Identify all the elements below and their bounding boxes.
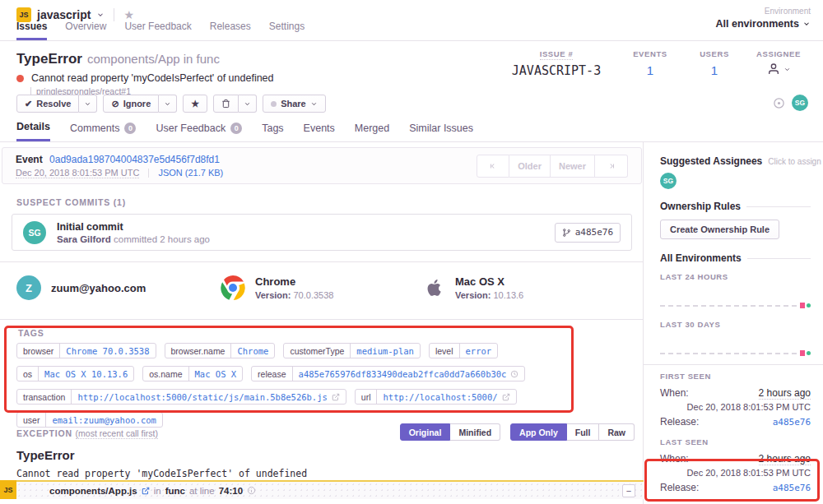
skip-first-icon	[489, 162, 497, 170]
environment-selector[interactable]: All environments	[716, 18, 811, 30]
commit-sha-button[interactable]: a485e76	[555, 223, 621, 243]
tag-value-link[interactable]: Chrome 70.0.3538	[59, 344, 155, 358]
tag-value-link[interactable]: Mac OS X 10.13.6	[38, 367, 133, 381]
issue-title: TypeErrorcomponents/App in func	[16, 51, 220, 67]
frame-function: func	[165, 486, 185, 496]
issue-header: TypeErrorcomponents/App in func Cannot r…	[0, 41, 823, 119]
environment-value: All environments	[716, 18, 799, 30]
tag-key: transaction	[17, 390, 71, 404]
nav-user-feedback[interactable]: User Feedback	[124, 21, 191, 40]
toggle-original-button[interactable]: Original	[400, 423, 451, 441]
issue-tab-bar: Details Comments0 User Feedback0 Tags Ev…	[0, 119, 823, 142]
users-count-link[interactable]: 1	[682, 63, 746, 77]
nav-overview[interactable]: Overview	[65, 21, 106, 40]
person-icon	[767, 62, 780, 76]
bookmark-star-icon[interactable]: ★	[123, 9, 134, 21]
resolve-label: Resolve	[36, 99, 71, 109]
resolve-dropdown-button[interactable]	[79, 95, 97, 113]
tag-value-link[interactable]: medium-plan	[350, 344, 420, 358]
tab-user-feedback[interactable]: User Feedback0	[156, 119, 242, 141]
ignore-button[interactable]: ⊘Ignore	[103, 95, 159, 113]
divider	[747, 258, 811, 259]
participant-avatar[interactable]: SG	[792, 95, 808, 111]
assignee-dropdown[interactable]	[746, 62, 811, 76]
check-icon: ✔	[25, 99, 32, 109]
divider	[0, 261, 644, 262]
chrome-icon	[221, 275, 245, 300]
chevron-down-icon	[164, 100, 171, 108]
os-name: Mac OS X	[455, 275, 523, 288]
event-json-link[interactable]: JSON (21.7 KB)	[158, 168, 223, 178]
tag-value-link[interactable]: Mac OS X	[188, 367, 243, 381]
event-context-row: Z zuum@yahoo.com Chrome Version: 70.0.35…	[0, 267, 644, 317]
toggle-full-button[interactable]: Full	[567, 423, 600, 441]
events-count-link[interactable]: 1	[618, 63, 682, 77]
frame-at-label: at line	[189, 486, 215, 496]
events-label: EVENTS	[618, 49, 682, 58]
toggle-minified-button[interactable]: Minified	[450, 423, 500, 441]
stacktrace-toggles: Original Minified App Only Full Raw	[400, 423, 635, 441]
tag-value-link[interactable]: http://localhost:5000/static/js/main.5b8…	[71, 390, 345, 404]
project-selector[interactable]: javascript	[37, 8, 91, 21]
exception-heading-note: (most recent call first)	[76, 428, 158, 439]
commit-sha: a485e76	[575, 227, 613, 238]
tag-value-link[interactable]: http://localhost:5000/	[376, 390, 515, 404]
toggle-raw-button[interactable]: Raw	[599, 423, 635, 441]
delete-dropdown-button[interactable]	[239, 95, 257, 113]
older-event-button[interactable]: Older	[509, 155, 551, 178]
star-button[interactable]: ★	[183, 95, 207, 113]
ignore-label: Ignore	[123, 99, 151, 109]
browser-name: Chrome	[255, 275, 333, 288]
tag-key: customerType	[284, 344, 350, 358]
tag-key: release	[252, 367, 291, 381]
suggested-assignee-avatar[interactable]: SG	[660, 173, 677, 189]
issue-sidebar: Suggested Assignees Click to assign SG O…	[644, 142, 823, 504]
stack-frame-row[interactable]: JS components/App.js in func at line 74:…	[0, 480, 644, 499]
ignore-dropdown-button[interactable]	[159, 95, 177, 113]
tag-key: level	[430, 344, 459, 358]
suspect-commits-heading: SUSPECT COMMITS (1)	[16, 197, 126, 207]
last-24-hours-sparkline	[660, 303, 811, 308]
nav-issues[interactable]: Issues	[16, 21, 47, 40]
tab-events[interactable]: Events	[304, 119, 335, 141]
tag-value-link[interactable]: error	[459, 344, 498, 358]
nav-releases[interactable]: Releases	[210, 21, 251, 40]
issue-actions: ✔Resolve ⊘Ignore ★ Share	[16, 95, 326, 113]
tag-value-link[interactable]: email:zuum@yahoo.com	[45, 413, 161, 427]
divider	[114, 8, 114, 21]
collapse-frame-button[interactable]: −	[622, 484, 635, 497]
chevron-down-icon	[84, 100, 91, 108]
issue-stats: ISSUE # JAVASCRIPT-3 EVENTS 1 USERS 1 AS…	[495, 49, 811, 78]
subscribe-eye-icon[interactable]	[773, 97, 785, 109]
share-button[interactable]: Share	[263, 95, 326, 113]
external-link-icon[interactable]	[142, 487, 150, 495]
user-avatar: Z	[16, 275, 41, 300]
resolve-button[interactable]: ✔Resolve	[16, 95, 79, 113]
last-seen-when-label: When:	[660, 453, 689, 465]
tab-comments[interactable]: Comments0	[70, 119, 136, 141]
divider	[644, 364, 823, 365]
toggle-app-only-button[interactable]: App Only	[510, 423, 567, 441]
nav-settings[interactable]: Settings	[269, 21, 305, 40]
tab-details[interactable]: Details	[16, 119, 50, 141]
first-seen-release-link[interactable]: a485e76	[773, 417, 811, 428]
last-seen-release-link[interactable]: a485e76	[773, 483, 811, 493]
skip-last-button[interactable]	[595, 155, 628, 178]
create-ownership-rule-button[interactable]: Create Ownership Rule	[660, 220, 779, 239]
oldest-event-button[interactable]	[477, 155, 509, 178]
tag-pill: levelerror	[429, 343, 498, 358]
tag-value-link[interactable]: Chrome	[230, 344, 274, 358]
tab-merged[interactable]: Merged	[355, 119, 389, 141]
info-icon[interactable]	[247, 486, 256, 495]
frame-filename: components/App.js	[49, 486, 137, 496]
newer-event-button[interactable]: Newer	[551, 155, 595, 178]
tab-similar-issues[interactable]: Similar Issues	[409, 119, 473, 141]
chevron-down-icon[interactable]	[96, 11, 105, 19]
tab-tags[interactable]: Tags	[262, 119, 283, 141]
tag-value-link[interactable]: a485e765976df833490deab2ffca0dd7a660b30c	[292, 367, 525, 381]
chevron-down-icon	[802, 20, 811, 28]
tag-pill: browserChrome 70.0.3538	[16, 343, 156, 358]
tag-pill: useremail:zuum@yahoo.com	[16, 412, 163, 428]
delete-button[interactable]	[213, 95, 239, 113]
event-id-link[interactable]: 0ad9ada198704004837e5d456f7d8fd1	[49, 154, 220, 165]
